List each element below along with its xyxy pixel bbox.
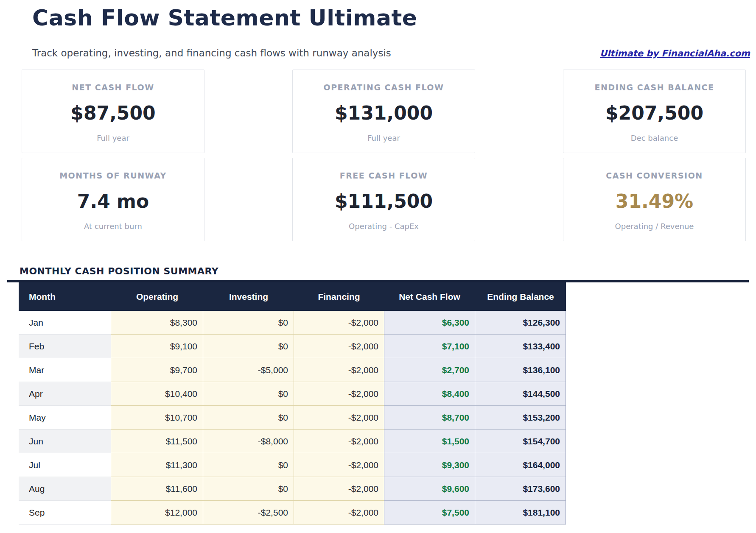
cell-investing: -$5,000 (203, 358, 294, 382)
cell-operating: $11,300 (111, 453, 203, 477)
table-header-row: MonthOperatingInvestingFinancingNet Cash… (19, 282, 566, 311)
page-title: Cash Flow Statement Ultimate (32, 5, 756, 31)
cell-net-cash-flow: $9,300 (384, 453, 475, 477)
cell-investing: $0 (203, 477, 294, 501)
cell-ending-balance: $154,700 (475, 430, 566, 453)
table-row: Jun $11,500 -$8,000 -$2,000 $1,500 $154,… (19, 430, 566, 453)
kpi-value: $207,500 (563, 102, 745, 124)
column-header-financing: Financing (294, 282, 384, 311)
cell-net-cash-flow: $6,300 (384, 311, 475, 335)
cell-investing: -$8,000 (203, 430, 294, 453)
cell-ending-balance: $173,600 (475, 477, 566, 501)
kpi-card: CASH CONVERSION 31.49% Operating / Reven… (563, 158, 746, 241)
cell-financing: -$2,000 (294, 406, 384, 430)
cell-net-cash-flow: $8,700 (384, 406, 475, 430)
kpi-card: ENDING CASH BALANCE $207,500 Dec balance (563, 70, 746, 153)
cell-financing: -$2,000 (294, 430, 384, 453)
kpi-subtitle: Dec balance (563, 134, 745, 142)
kpi-label: CASH CONVERSION (563, 171, 745, 180)
cell-financing: -$2,000 (294, 382, 384, 406)
cell-net-cash-flow: $1,500 (384, 430, 475, 453)
cell-month: Jun (19, 430, 111, 453)
cell-operating: $9,100 (111, 335, 203, 358)
kpi-card: FREE CASH FLOW $111,500 Operating - CapE… (292, 158, 475, 241)
cell-financing: -$2,000 (294, 358, 384, 382)
table-row: May $10,700 $0 -$2,000 $8,700 $153,200 (19, 406, 566, 430)
cell-investing: $0 (203, 311, 294, 335)
cell-operating: $8,300 (111, 311, 203, 335)
table-row: Jul $11,300 $0 -$2,000 $9,300 $164,000 (19, 453, 566, 477)
cell-net-cash-flow: $7,500 (384, 501, 475, 525)
table-row: Feb $9,100 $0 -$2,000 $7,100 $133,400 (19, 335, 566, 358)
cell-investing: -$2,500 (203, 501, 294, 525)
cell-month: May (19, 406, 111, 430)
kpi-subtitle: Operating / Revenue (563, 222, 745, 231)
cell-month: Jan (19, 311, 111, 335)
table-row: Jan $8,300 $0 -$2,000 $6,300 $126,300 (19, 311, 566, 335)
cell-net-cash-flow: $9,600 (384, 477, 475, 501)
cell-investing: $0 (203, 382, 294, 406)
table-row: Apr $10,400 $0 -$2,000 $8,400 $144,500 (19, 382, 566, 406)
kpi-label: NET CASH FLOW (22, 83, 204, 92)
column-header-investing: Investing (203, 282, 294, 311)
cell-financing: -$2,000 (294, 501, 384, 525)
cell-financing: -$2,000 (294, 335, 384, 358)
page: Cash Flow Statement Ultimate Track opera… (0, 0, 756, 533)
cell-operating: $12,000 (111, 501, 203, 525)
cell-operating: $11,500 (111, 430, 203, 453)
cell-ending-balance: $181,100 (475, 501, 566, 525)
cell-month: Sep (19, 501, 111, 525)
kpi-value: $111,500 (293, 190, 475, 212)
table-row: Aug $11,600 $0 -$2,000 $9,600 $173,600 (19, 477, 566, 501)
kpi-label: MONTHS OF RUNWAY (22, 171, 204, 180)
kpi-value: $87,500 (22, 102, 204, 124)
cell-ending-balance: $136,100 (475, 358, 566, 382)
cell-month: Aug (19, 477, 111, 501)
cell-ending-balance: $164,000 (475, 453, 566, 477)
column-header-ending-balance: Ending Balance (475, 282, 566, 311)
kpi-subtitle: At current burn (22, 222, 204, 231)
kpi-subtitle: Full year (22, 134, 204, 142)
page-subtitle: Track operating, investing, and financin… (32, 47, 391, 59)
kpi-subtitle: Full year (293, 134, 475, 142)
cell-ending-balance: $153,200 (475, 406, 566, 430)
cell-ending-balance: $126,300 (475, 311, 566, 335)
cell-net-cash-flow: $2,700 (384, 358, 475, 382)
subtitle-row: Track operating, investing, and financin… (32, 47, 750, 59)
cell-operating: $9,700 (111, 358, 203, 382)
table-row: Sep $12,000 -$2,500 -$2,000 $7,500 $181,… (19, 501, 566, 525)
column-header-operating: Operating (111, 282, 203, 311)
cell-financing: -$2,000 (294, 311, 384, 335)
cell-investing: $0 (203, 406, 294, 430)
column-header-net-cash-flow: Net Cash Flow (384, 282, 475, 311)
cell-operating: $10,700 (111, 406, 203, 430)
cell-month: Apr (19, 382, 111, 406)
brand-link[interactable]: Ultimate by FinancialAha.com (600, 48, 750, 59)
cell-month: Mar (19, 358, 111, 382)
table-row: Mar $9,700 -$5,000 -$2,000 $2,700 $136,1… (19, 358, 566, 382)
cell-net-cash-flow: $7,100 (384, 335, 475, 358)
cell-operating: $11,600 (111, 477, 203, 501)
kpi-card: MONTHS OF RUNWAY 7.4 mo At current burn (22, 158, 204, 241)
cell-investing: $0 (203, 453, 294, 477)
kpi-subtitle: Operating - CapEx (293, 222, 475, 231)
cell-financing: -$2,000 (294, 453, 384, 477)
kpi-value: 31.49% (563, 190, 745, 212)
cell-ending-balance: $133,400 (475, 335, 566, 358)
cell-financing: -$2,000 (294, 477, 384, 501)
cash-position-table: MonthOperatingInvestingFinancingNet Cash… (19, 282, 566, 525)
kpi-card: NET CASH FLOW $87,500 Full year (22, 70, 204, 153)
kpi-value: $131,000 (293, 102, 475, 124)
column-header-month: Month (19, 282, 111, 311)
kpi-label: ENDING CASH BALANCE (563, 83, 745, 92)
cell-operating: $10,400 (111, 382, 203, 406)
cell-investing: $0 (203, 335, 294, 358)
kpi-value: 7.4 mo (22, 190, 204, 212)
kpi-card: OPERATING CASH FLOW $131,000 Full year (292, 70, 475, 153)
cell-net-cash-flow: $8,400 (384, 382, 475, 406)
cell-month: Jul (19, 453, 111, 477)
section-title: MONTHLY CASH POSITION SUMMARY (20, 266, 756, 276)
kpi-grid: NET CASH FLOW $87,500 Full year OPERATIN… (22, 70, 756, 241)
kpi-label: FREE CASH FLOW (293, 171, 475, 180)
cell-month: Feb (19, 335, 111, 358)
